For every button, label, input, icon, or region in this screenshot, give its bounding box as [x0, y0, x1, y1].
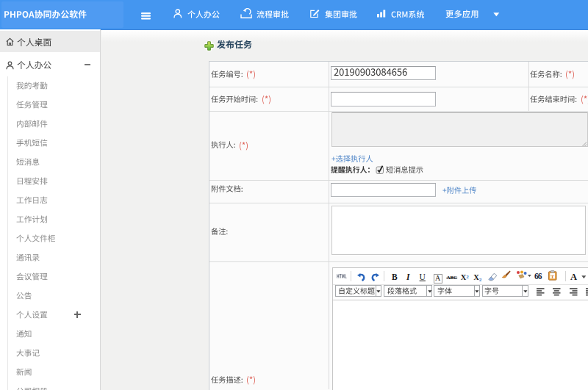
svg-text:T: T [551, 274, 554, 280]
